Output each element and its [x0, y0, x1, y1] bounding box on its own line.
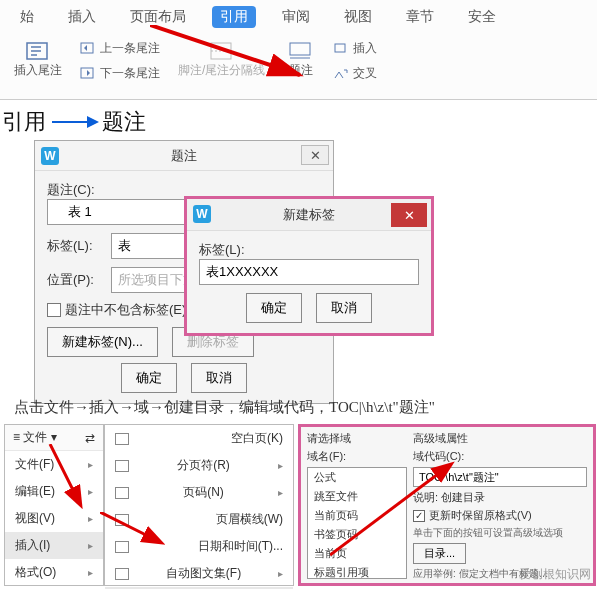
file-menu-cascade: ≡ 文件 ▾⇄ 文件(F)▸ 编辑(E)▸ 视图(V)▸ 插入(I)▸ 格式(O… [4, 424, 296, 586]
adv-props-header: 高级域属性 [413, 431, 587, 446]
menu-format[interactable]: 格式(O)▸ [5, 559, 103, 586]
arrow-right-icon [52, 121, 96, 123]
insert-item[interactable]: 插入 [331, 38, 379, 59]
tab-start[interactable]: 始 [12, 6, 42, 28]
tab-view[interactable]: 视图 [336, 6, 380, 28]
caption-titlebar: W 题注 ✕ [35, 141, 333, 171]
field-name-list[interactable]: 公式 跳至文件 当前页码 书签页码 当前页 标题引用项 当前时间 打印时间 创建… [307, 467, 407, 579]
checkbox-icon [47, 303, 61, 317]
menu-edit[interactable]: 编辑(E)▸ [5, 478, 103, 505]
list-item[interactable]: 跳至文件 [308, 487, 406, 506]
doc-icon [115, 568, 129, 580]
field-code-label: 域代码(C): [413, 449, 587, 464]
field-hint: 说明: 创建目录 [413, 490, 587, 505]
ribbon: 始 插入 页面布局 引用 审阅 视图 章节 安全 插入尾注 上一条尾注 下一条尾… [0, 0, 597, 100]
position-label: 位置(P): [47, 271, 103, 289]
field-note: 单击下面的按钮可设置高级域选项 [413, 526, 587, 540]
menu-insert[interactable]: 插入(I)▸ [5, 532, 103, 559]
preserve-format-label: 更新时保留原格式(V) [429, 508, 532, 523]
nav-hint: 引用 题注 [2, 107, 146, 137]
field-dialog: 请选择域 域名(F): 公式 跳至文件 当前页码 书签页码 当前页 标题引用项 … [298, 424, 596, 586]
checkbox-icon: ✓ [413, 510, 425, 522]
tab-security[interactable]: 安全 [460, 6, 504, 28]
crossref-item[interactable]: 交叉 [331, 63, 379, 84]
endnote-icon [24, 40, 52, 62]
instruction-text: 点击文件→插入→域→创建目录，编辑域代码，TOC|\h\z\t"题注" [14, 398, 435, 417]
insert-item-label: 插入 [353, 40, 377, 57]
submenu-autoimages[interactable]: 自动图文集(F)▸ [105, 560, 293, 587]
submenu-blankpage[interactable]: 空白页(K) [105, 425, 293, 452]
new-label-button[interactable]: 新建标签(N)... [47, 327, 158, 357]
newlabel-cancel-button[interactable]: 取消 [316, 293, 372, 323]
insert-endnote-label: 插入尾注 [14, 62, 62, 79]
caption-ok-button[interactable]: 确定 [121, 363, 177, 393]
field-select-header: 请选择域 [307, 431, 407, 446]
list-item[interactable]: 当前页码 [308, 506, 406, 525]
doc-icon [115, 541, 129, 553]
svg-rect-4 [290, 43, 310, 55]
newlabel-label: 标签(L): [199, 241, 419, 259]
prev-endnote[interactable]: 上一条尾注 [78, 38, 162, 59]
caption-title: 题注 [171, 147, 197, 165]
doc-icon [115, 460, 129, 472]
doc-icon [115, 514, 129, 526]
insert-endnote-button[interactable]: 插入尾注 [8, 38, 68, 84]
tab-chapter[interactable]: 章节 [398, 6, 442, 28]
menu-level-2: 空白页(K) 分页符(R)▸ 页码(N)▸ 页眉横线(W) 日期和时间(T)..… [104, 424, 294, 586]
list-item[interactable]: 书签页码 [308, 525, 406, 544]
watermark: 爱创根知识网 [519, 566, 591, 583]
list-item[interactable]: 当前页 [308, 544, 406, 563]
tab-review[interactable]: 审阅 [274, 6, 318, 28]
svg-rect-5 [335, 44, 345, 52]
caption-icon [287, 40, 315, 62]
newlabel-titlebar: W 新建标签 ✕ [187, 199, 431, 231]
caption-button[interactable]: 题注 [281, 38, 321, 84]
list-item[interactable]: 公式 [308, 468, 406, 487]
newlabel-close-button[interactable]: ✕ [391, 203, 427, 227]
nav-hint-left: 引用 [2, 107, 46, 137]
doc-icon [115, 433, 129, 445]
exclude-label-text: 题注中不包含标签(E) [65, 301, 186, 319]
ribbon-tabs: 始 插入 页面布局 引用 审阅 视图 章节 安全 [0, 0, 597, 34]
newlabel-input[interactable] [199, 259, 419, 285]
insert-icon [333, 42, 349, 56]
crossref-item-label: 交叉 [353, 65, 377, 82]
menu-file[interactable]: 文件(F)▸ [5, 451, 103, 478]
list-item[interactable]: 标题引用项 [308, 563, 406, 579]
separator-button[interactable]: 脚注/尾注分隔线 [172, 38, 271, 84]
label-l-label: 标签(L): [47, 237, 103, 255]
prev-endnote-icon [80, 42, 96, 56]
caption-cancel-button[interactable]: 取消 [191, 363, 247, 393]
next-endnote-label: 下一条尾注 [100, 65, 160, 82]
nav-hint-right: 题注 [102, 107, 146, 137]
app-logo-icon: W [41, 147, 59, 165]
doc-icon [115, 487, 129, 499]
next-endnote-icon [80, 67, 96, 81]
prev-endnote-label: 上一条尾注 [100, 40, 160, 57]
catalog-button[interactable]: 目录... [413, 543, 466, 564]
submenu-pagenum[interactable]: 页码(N)▸ [105, 479, 293, 506]
crossref-icon [333, 67, 349, 81]
menu-header: ≡ 文件 ▾⇄ [5, 425, 103, 451]
next-endnote[interactable]: 下一条尾注 [78, 63, 162, 84]
tab-references[interactable]: 引用 [212, 6, 256, 28]
new-label-dialog: W 新建标签 ✕ 标签(L): 确定 取消 [184, 196, 434, 336]
tab-insert[interactable]: 插入 [60, 6, 104, 28]
submenu-headerline[interactable]: 页眉横线(W) [105, 506, 293, 533]
separator-label: 脚注/尾注分隔线 [178, 62, 265, 79]
newlabel-ok-button[interactable]: 确定 [246, 293, 302, 323]
submenu-pagebreak[interactable]: 分页符(R)▸ [105, 452, 293, 479]
menu-level-1: ≡ 文件 ▾⇄ 文件(F)▸ 编辑(E)▸ 视图(V)▸ 插入(I)▸ 格式(O… [4, 424, 104, 586]
caption-label: 题注 [289, 62, 313, 79]
ribbon-body: 插入尾注 上一条尾注 下一条尾注 脚注/尾注分隔线 题注 [0, 34, 597, 88]
field-name-label: 域名(F): [307, 449, 407, 464]
field-code-input[interactable] [413, 467, 587, 487]
submenu-datetime[interactable]: 日期和时间(T)... [105, 533, 293, 560]
separator-icon [208, 40, 236, 62]
newlabel-title: 新建标签 [283, 206, 335, 224]
app-logo-icon: W [193, 205, 211, 223]
tab-pagelayout[interactable]: 页面布局 [122, 6, 194, 28]
preserve-format-checkbox[interactable]: ✓ 更新时保留原格式(V) [413, 508, 587, 523]
caption-close-button[interactable]: ✕ [301, 145, 329, 165]
menu-view[interactable]: 视图(V)▸ [5, 505, 103, 532]
